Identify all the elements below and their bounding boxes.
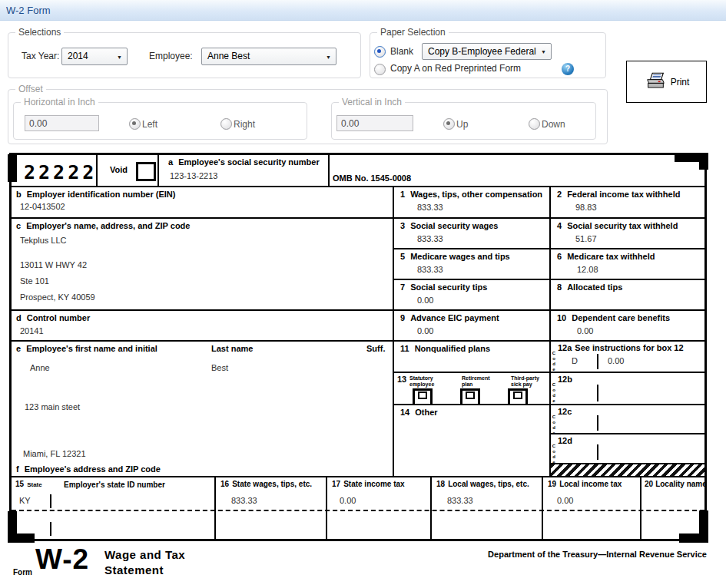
offset-down-label: Down bbox=[542, 119, 565, 130]
box-label: Dependent care benefits bbox=[572, 313, 670, 322]
offset-down-radio[interactable] bbox=[529, 118, 540, 130]
box-16-value: 833.33 bbox=[231, 496, 257, 505]
box-label: Control number bbox=[27, 313, 91, 322]
copy-a-radio[interactable] bbox=[374, 64, 386, 75]
chevron-down-icon: ▼ bbox=[541, 49, 546, 55]
employer-name: Tekplus LLC bbox=[20, 236, 67, 245]
footer-title-line2: Statement bbox=[104, 563, 164, 576]
box-number: 12a bbox=[558, 343, 572, 352]
box-e-f-employee: eEmployee's first name and initial Last … bbox=[12, 342, 394, 477]
copy-a-radio-label: Copy A on Red Preprinted Form bbox=[390, 63, 521, 74]
tax-year-dropdown[interactable]: 2014 ▼ bbox=[61, 48, 128, 65]
employee-value: Anne Best bbox=[207, 51, 250, 61]
box-label: Federal income tax withheld bbox=[567, 190, 680, 199]
box-number: 16 bbox=[220, 480, 229, 488]
blank-radio[interactable] bbox=[374, 46, 386, 58]
box-d-control: dControl number 20141 bbox=[12, 311, 394, 342]
box-number: 5 bbox=[400, 252, 405, 261]
box-letter: a bbox=[168, 157, 173, 167]
box-number: 8 bbox=[557, 282, 562, 292]
box-number: 12b bbox=[558, 375, 572, 384]
box-16: 16State wages, tips, etc. 833.33 bbox=[216, 477, 327, 539]
print-button[interactable]: Print bbox=[626, 61, 707, 103]
window-title: W-2 Form bbox=[6, 5, 51, 16]
void-checkbox[interactable] bbox=[136, 162, 156, 181]
box-letter: f bbox=[16, 464, 19, 474]
box-label: Employer identification number (EIN) bbox=[27, 190, 176, 199]
ssn-value: 123-13-2213 bbox=[170, 171, 217, 180]
hatched-area bbox=[551, 464, 704, 477]
employer-address1: 13011 W HWY 42 bbox=[20, 260, 87, 269]
box-number: 12d bbox=[558, 436, 572, 445]
state-row-divider bbox=[12, 510, 704, 511]
code-vertical-label: Code bbox=[552, 444, 556, 465]
box-f-label: Employee's address and ZIP code bbox=[25, 464, 161, 474]
w2-form-preview: 22222 Void aEmployee's social security n… bbox=[9, 153, 707, 541]
employee-label: Employee: bbox=[149, 51, 193, 61]
box-label: State income tax bbox=[343, 480, 404, 488]
box-1-value: 833.33 bbox=[417, 203, 443, 212]
print-button-label: Print bbox=[671, 77, 690, 88]
box-letter: d bbox=[16, 313, 22, 322]
box-label: State wages, tips, etc. bbox=[232, 480, 312, 488]
offset-up-radio[interactable] bbox=[443, 118, 455, 130]
box-19: 19Local income tax 0.00 bbox=[543, 477, 641, 539]
statutory-employee-label: Statutory employee bbox=[409, 375, 453, 388]
box-4: 4Social security tax withheld 51.67 bbox=[551, 219, 704, 249]
chevron-down-icon: ▼ bbox=[326, 54, 331, 59]
footer-department-text: Department of the Treasury—Internal Reve… bbox=[488, 550, 707, 559]
offset-right-radio[interactable] bbox=[220, 118, 232, 130]
state-id-label: Employer's state ID number bbox=[64, 481, 165, 489]
employer-city: Prospect, KY 40059 bbox=[20, 292, 95, 302]
footer-form-word: Form bbox=[13, 568, 32, 576]
box-12b: Code 12b bbox=[551, 373, 704, 405]
help-icon[interactable]: ? bbox=[562, 63, 574, 75]
selections-group-label: Selections bbox=[15, 27, 64, 38]
third-party-sick-pay-checkbox[interactable] bbox=[508, 388, 528, 406]
box-label: See instructions for box 12 bbox=[575, 343, 683, 352]
offset-left-radio[interactable] bbox=[129, 118, 141, 130]
offset-up-label: Up bbox=[456, 119, 468, 130]
employee-dropdown[interactable]: Anne Best ▼ bbox=[201, 48, 336, 65]
box-10-value: 0.00 bbox=[577, 326, 593, 335]
vertical-offset-input[interactable] bbox=[336, 115, 413, 131]
box-4-value: 51.67 bbox=[575, 234, 597, 243]
corner-mark bbox=[8, 154, 17, 182]
box-17-value: 0.00 bbox=[340, 496, 356, 505]
blank-radio-label: Blank bbox=[390, 46, 413, 57]
box-1: 1Wages, tips, other compensation 833.33 bbox=[394, 187, 551, 219]
paper-selection-group-label: Paper Selection bbox=[377, 27, 449, 38]
control-code-box: 22222 bbox=[12, 155, 98, 187]
footer-w2-logo: W-2 bbox=[35, 543, 89, 576]
void-label: Void bbox=[110, 165, 128, 174]
box-17: 17State income tax 0.00 bbox=[327, 477, 432, 539]
box-number: 10 bbox=[557, 313, 566, 322]
box-number: 15 bbox=[15, 480, 24, 488]
box-number: 2 bbox=[557, 190, 562, 199]
w2-form-window: W-2 Form Selections Tax Year: 2014 ▼ Emp… bbox=[0, 0, 726, 588]
printer-icon bbox=[644, 71, 667, 92]
corner-mark bbox=[8, 533, 35, 543]
last-name-label: Last name bbox=[211, 344, 253, 353]
retirement-plan-checkbox[interactable] bbox=[460, 388, 480, 406]
box-2: 2Federal income tax withheld 98.83 bbox=[551, 187, 704, 219]
box-label: Local income tax bbox=[559, 480, 622, 488]
code-vertical-label: Code bbox=[552, 415, 556, 436]
horizontal-offset-input[interactable] bbox=[25, 115, 99, 131]
copy-type-dropdown[interactable]: Copy B-Employee Federal ▼ bbox=[422, 43, 552, 60]
box-label: Social security tips bbox=[410, 282, 487, 292]
box-12d: Code 12d bbox=[551, 434, 704, 464]
box-12a-code: D bbox=[572, 356, 578, 365]
omb-number: OMB No. 1545-0008 bbox=[333, 173, 411, 183]
control-number-value: 20141 bbox=[20, 326, 44, 335]
box-number: 11 bbox=[400, 344, 409, 353]
statutory-employee-checkbox[interactable] bbox=[413, 388, 433, 406]
box-number: 14 bbox=[400, 408, 409, 417]
corner-mark bbox=[679, 533, 708, 543]
box-number: 18 bbox=[436, 480, 445, 488]
offset-group-label: Offset bbox=[15, 84, 46, 94]
employer-address2: Ste 101 bbox=[20, 276, 49, 286]
first-name-value: Anne bbox=[30, 363, 50, 372]
box-2-value: 98.83 bbox=[575, 203, 597, 212]
corner-mark bbox=[699, 153, 708, 170]
